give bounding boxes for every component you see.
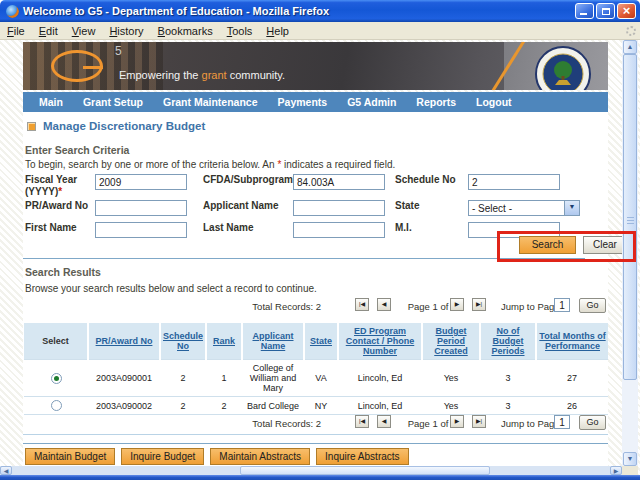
previous-page-button[interactable]: ◀ <box>377 298 391 311</box>
cell-budget-period-created: Yes <box>422 360 480 397</box>
maintain-budget-button[interactable]: Maintain Budget <box>25 448 115 465</box>
nav-item-grant-maintenance[interactable]: Grant Maintenance <box>163 96 258 108</box>
budget-period-created-sort-link[interactable]: Budget Period Created <box>434 326 468 356</box>
state-sort-link[interactable]: State <box>310 336 332 346</box>
g5-logo-icon <box>51 50 103 82</box>
applicant-name-sort-link[interactable]: Applicant Name <box>252 331 293 351</box>
banner-tagline: Empowering the grant community. <box>119 69 285 81</box>
last-page-button[interactable]: ▶| <box>472 298 486 311</box>
next-page-button[interactable]: ▶ <box>450 298 464 311</box>
scroll-left-button[interactable] <box>0 466 12 475</box>
state-select[interactable]: - Select - <box>468 200 580 216</box>
scroll-right-button[interactable] <box>610 466 622 475</box>
vertical-scrollbar-thumb[interactable] <box>623 54 637 380</box>
nav-item-g5-admin[interactable]: G5 Admin <box>347 96 396 108</box>
menu-tools[interactable]: Tools <box>220 25 260 37</box>
chevron-down-icon[interactable] <box>564 201 579 215</box>
minimize-icon <box>580 13 587 15</box>
cfda-label: CFDA/Subprogram* <box>203 174 297 186</box>
schedule-no-sort-link[interactable]: Schedule No <box>163 331 203 351</box>
next-page-button[interactable]: ▶ <box>450 415 464 428</box>
cell-state: VA <box>304 360 338 397</box>
menu-history[interactable]: History <box>102 25 150 37</box>
search-criteria-heading: Enter Search Criteria <box>25 144 129 156</box>
results-bottom-line <box>23 434 608 435</box>
pr-award-no-sort-link[interactable]: PR/Award No <box>96 336 153 346</box>
previous-page-button[interactable]: ◀ <box>377 415 391 428</box>
fiscal-year-label-text: Fiscal Year (YYYY) <box>25 174 77 197</box>
page-title-row: Manage Discretionary Budget <box>27 120 205 132</box>
fiscal-year-input[interactable] <box>95 174 187 190</box>
nav-item-reports[interactable]: Reports <box>416 96 456 108</box>
inquire-abstracts-button[interactable]: Inquire Abstracts <box>316 448 408 465</box>
last-name-input[interactable] <box>293 222 385 238</box>
mi-group: M.I. <box>395 222 412 234</box>
applicant-name-input[interactable] <box>293 200 385 216</box>
menu-edit[interactable]: Edit <box>32 25 65 37</box>
maintain-abstracts-button[interactable]: Maintain Abstracts <box>210 448 310 465</box>
radio-button-row-1[interactable] <box>51 373 62 384</box>
close-button[interactable] <box>617 3 636 19</box>
no-of-budget-periods-sort-link[interactable]: No of Budget Periods <box>491 326 524 356</box>
search-instruction: To begin, search by one or more of the c… <box>25 159 395 170</box>
minimize-button[interactable] <box>575 3 594 19</box>
rank-sort-link[interactable]: Rank <box>213 336 235 346</box>
cell-no-of-budget-periods: 3 <box>480 360 536 397</box>
window-controls <box>575 3 636 19</box>
column-header-state: State <box>304 323 338 360</box>
last-page-button[interactable]: ▶| <box>472 415 486 428</box>
page-content: Manage Discretionary Budget Enter Search… <box>23 112 608 466</box>
scroll-down-button[interactable] <box>623 452 637 466</box>
ed-program-contact-sort-link[interactable]: ED Program Contact / Phone Number <box>346 326 415 356</box>
cell-total-months: 27 <box>536 360 608 397</box>
nav-item-payments[interactable]: Payments <box>278 96 328 108</box>
first-name-group: First Name <box>25 222 77 234</box>
nav-item-logout[interactable]: Logout <box>476 96 512 108</box>
menu-view[interactable]: View <box>65 25 103 37</box>
column-header-ed-program-contact: ED Program Contact / Phone Number <box>338 323 422 360</box>
inquire-budget-button[interactable]: Inquire Budget <box>121 448 204 465</box>
nav-item-main[interactable]: Main <box>39 96 63 108</box>
pr-award-input[interactable] <box>95 200 187 216</box>
cell-schedule-no: 2 <box>160 397 206 415</box>
state-group: State <box>395 200 419 212</box>
cell-ed-program-contact: Lincoln, Ed <box>338 360 422 397</box>
first-page-button[interactable]: |◀ <box>355 298 369 311</box>
cell-pr-award-no: 2003A090001 <box>88 360 160 397</box>
menu-help[interactable]: Help <box>259 25 296 37</box>
table-row: 2003A090002 2 2 Bard College NY Lincoln,… <box>24 397 608 415</box>
firefox-icon <box>6 5 19 18</box>
menu-bookmarks[interactable]: Bookmarks <box>151 25 220 37</box>
go-button[interactable]: Go <box>579 298 606 313</box>
menu-file[interactable]: File <box>0 25 32 37</box>
column-header-rank: Rank <box>206 323 242 360</box>
first-page-button[interactable]: |◀ <box>355 415 369 428</box>
total-records-label: Total Records: 2 <box>173 301 321 312</box>
page-title: Manage Discretionary Budget <box>43 120 205 132</box>
horizontal-scrollbar[interactable] <box>0 466 622 475</box>
menu-bar: File Edit View History Bookmarks Tools H… <box>0 22 640 40</box>
first-name-input[interactable] <box>95 222 187 238</box>
schedule-no-label: Schedule No <box>395 174 456 186</box>
nav-item-grant-setup[interactable]: Grant Setup <box>83 96 143 108</box>
window-titlebar: Welcome to G5 - Department of Education … <box>0 0 640 22</box>
total-months-sort-link[interactable]: Total Months of Performance <box>539 331 605 351</box>
instruction-prefix: To begin, search by one or more of the c… <box>25 159 277 170</box>
jump-to-page-input[interactable] <box>554 298 570 312</box>
horizontal-scrollbar-thumb[interactable] <box>240 466 490 475</box>
cfda-input[interactable] <box>293 174 385 190</box>
go-button[interactable]: Go <box>579 415 606 430</box>
restore-button[interactable] <box>596 3 615 19</box>
page-title-bullet-icon <box>27 122 36 131</box>
jump-to-page-input[interactable] <box>554 415 570 429</box>
jump-to-page-label: Jump to Page <box>501 301 560 312</box>
cell-pr-award-no: 2003A090002 <box>88 397 160 415</box>
throbber-icon <box>626 26 636 36</box>
column-header-pr-award-no: PR/Award No <box>88 323 160 360</box>
scroll-up-button[interactable] <box>623 40 637 54</box>
fiscal-year-label: Fiscal Year (YYYY)* <box>25 174 87 197</box>
tagline-prefix: Empowering the <box>119 69 202 81</box>
radio-button-row-2[interactable] <box>51 400 62 411</box>
g5-logo-sup: 5 <box>115 44 122 58</box>
schedule-no-input[interactable] <box>468 174 560 190</box>
